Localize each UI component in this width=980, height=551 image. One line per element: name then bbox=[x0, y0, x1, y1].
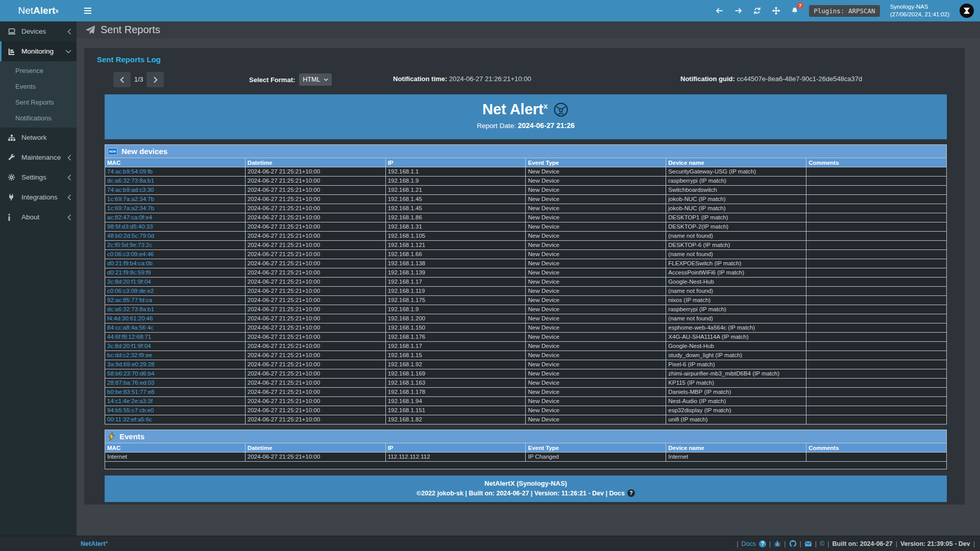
copyright-link[interactable]: © bbox=[820, 540, 824, 547]
gear-icon bbox=[8, 173, 18, 181]
sidebar-item-settings[interactable]: Settings bbox=[0, 167, 77, 187]
mac-link[interactable]: 3c:8d:20:f1:9f:04 bbox=[107, 279, 151, 285]
notifications-bell-icon[interactable]: 7 bbox=[791, 7, 799, 15]
table-row: 28:87:ba:76:ed:032024-06-27 21:25:21+10:… bbox=[105, 379, 947, 388]
table-cell: 2024-06-27 21:25:21+10:00 bbox=[245, 415, 385, 424]
table-cell bbox=[806, 323, 947, 333]
move-icon[interactable] bbox=[772, 7, 780, 15]
mac-link[interactable]: 1c:69:7a:a2:34:7b bbox=[107, 205, 154, 211]
next-page-button[interactable] bbox=[146, 72, 164, 87]
sidebar-item-network[interactable]: Network bbox=[0, 128, 77, 147]
mac-link[interactable]: d0:21:f9:b4:ca:0b bbox=[107, 260, 153, 266]
sidebar-item-maintenance[interactable]: Maintenance bbox=[0, 147, 77, 167]
mac-link[interactable]: f4:4d:30:61:20:46 bbox=[107, 315, 153, 321]
mac-link[interactable]: b0:be:83:51:77:e8 bbox=[107, 389, 155, 395]
table-cell: 192.168.1.151 bbox=[385, 406, 526, 415]
table-row: 3a:9d:69:e0:29:282024-06-27 21:25:21+10:… bbox=[105, 360, 947, 369]
prev-page-button[interactable] bbox=[113, 72, 131, 87]
table-cell: 2c:f0:5d:9e:73:2c bbox=[105, 241, 246, 250]
sidebar-item-monitoring[interactable]: Monitoring bbox=[0, 41, 77, 61]
plugins-status-badge[interactable]: Plugins: ARPSCAN bbox=[809, 5, 879, 17]
new-devices-section: NEW New devices MACDatetimeIPEvent TypeD… bbox=[105, 144, 947, 424]
mac-link[interactable]: 28:87:ba:76:ed:03 bbox=[107, 380, 155, 386]
table-cell: 2024-06-27 21:25:21+10:00 bbox=[245, 213, 385, 222]
table-cell: Google-Nest-Hub bbox=[666, 342, 806, 351]
mac-link[interactable]: 74:ac:b9:ad:c3:30 bbox=[107, 187, 154, 193]
table-cell: New Device bbox=[526, 296, 666, 305]
sitemap-icon bbox=[8, 134, 18, 141]
mac-link[interactable]: c0:06:c3:09:e4:46 bbox=[107, 251, 154, 257]
table-cell: nixos (IP match) bbox=[666, 296, 806, 305]
mac-link[interactable]: 74:ac:b9:54:09:fb bbox=[107, 168, 153, 174]
table-cell: Google-Nest-Hub bbox=[666, 278, 806, 287]
table-row: dc:a6:32:73:8a:b12024-06-27 21:25:21+10:… bbox=[105, 305, 947, 314]
mac-link[interactable]: 58:b6:23:70:d6:b4 bbox=[107, 370, 155, 377]
report-footer-meta: ©2022 jokob-sk | Built on: 2024-06-27 | … bbox=[105, 489, 947, 497]
table-cell: DESKTOP-2(IP match) bbox=[666, 222, 806, 232]
mac-link[interactable]: 94:b5:55:c7:cb:e0 bbox=[107, 407, 154, 413]
mac-link[interactable]: 92:ac:85:77:fd:ca bbox=[107, 297, 152, 303]
mac-link[interactable]: d0:21:f9:8c:59:f9 bbox=[107, 269, 151, 276]
sidebar-item-about[interactable]: About bbox=[0, 207, 77, 227]
separator: | bbox=[769, 540, 771, 547]
docs-help-icon[interactable]: ? bbox=[627, 489, 635, 497]
mac-link[interactable]: 3c:8d:20:f1:9f:04 bbox=[107, 343, 151, 349]
mac-link[interactable]: 98:5f:d3:d5:40:33 bbox=[107, 223, 153, 230]
table-cell bbox=[806, 278, 947, 287]
mac-link[interactable]: 00:11:32:ef:a5:6c bbox=[107, 416, 152, 422]
mac-link[interactable]: 3a:9d:69:e0:29:28 bbox=[107, 361, 155, 367]
table-cell: 2024-06-27 21:25:21+10:00 bbox=[245, 453, 385, 462]
table-row: 98:5f:d3:d5:40:332024-06-27 21:25:21+10:… bbox=[105, 222, 947, 232]
mac-link[interactable]: dc:a6:32:73:8a:b1 bbox=[107, 306, 154, 312]
mac-link[interactable]: 14:c1:4e:2e:a3:3f bbox=[107, 398, 153, 404]
table-row: d0:21:f9:8c:59:f92024-06-27 21:25:21+10:… bbox=[105, 268, 947, 278]
sidebar-subitem-presence[interactable]: Presence bbox=[0, 63, 77, 79]
mac-link[interactable]: c0:06:c3:09:de:e2 bbox=[107, 288, 154, 294]
format-select[interactable]: HTML bbox=[299, 73, 332, 86]
mac-link[interactable]: 2c:f0:5d:9e:73:2c bbox=[107, 242, 152, 248]
email-icon[interactable] bbox=[804, 541, 812, 547]
table-cell bbox=[806, 351, 947, 360]
mac-link[interactable]: 1c:69:7a:a2:34:7b bbox=[107, 196, 154, 202]
bug-report-icon[interactable] bbox=[774, 540, 781, 547]
sidebar-item-devices[interactable]: Devices bbox=[0, 21, 77, 41]
notification-time-value: 2024-06-27 21:26:21+10:00 bbox=[449, 75, 531, 83]
separator: | bbox=[827, 540, 829, 547]
mac-link[interactable]: 48:b0:2d:5c:79:0d bbox=[107, 233, 154, 239]
table-cell: Nest-Audio (IP match) bbox=[666, 397, 806, 406]
sidebar-item-label: Integrations bbox=[21, 193, 58, 201]
forward-arrow-icon[interactable] bbox=[734, 7, 743, 15]
sidebar-subitem-notifications[interactable]: Notifications bbox=[0, 110, 77, 126]
sidebar-subitem-events[interactable]: Events bbox=[0, 79, 77, 94]
table-cell: SecurityGateway-USG (IP match) bbox=[666, 167, 806, 177]
brand-net: Net bbox=[18, 5, 34, 16]
statusbar-brand[interactable]: NetAlertx bbox=[81, 540, 108, 547]
table-cell bbox=[806, 333, 947, 342]
user-avatar[interactable] bbox=[960, 4, 974, 18]
table-cell: 2024-06-27 21:25:21+10:00 bbox=[245, 369, 385, 379]
table-cell: 2024-06-27 21:25:21+10:00 bbox=[245, 278, 385, 287]
sidebar-subitem-sent-reports[interactable]: Sent Reports bbox=[0, 94, 77, 110]
mac-link[interactable]: 44:6f:f8:12:68:71 bbox=[107, 334, 151, 340]
docs-link[interactable]: Docs bbox=[742, 540, 756, 547]
hamburger-menu-icon[interactable] bbox=[84, 7, 92, 14]
table-cell: New Device bbox=[526, 314, 666, 323]
version-text: Version: 21:39:05 - Dev bbox=[900, 540, 970, 547]
table-row: 3c:8d:20:f1:9f:042024-06-27 21:25:21+10:… bbox=[105, 278, 947, 287]
table-header-row: MACDatetimeIPEvent TypeDevice nameCommen… bbox=[105, 158, 947, 167]
table-cell: 192.168.1.17 bbox=[385, 278, 526, 287]
sidebar-item-integrations[interactable]: Integrations bbox=[0, 187, 77, 207]
mac-link[interactable]: dc:a6:32:73:8a:b1 bbox=[107, 178, 154, 184]
refresh-icon[interactable] bbox=[753, 7, 762, 15]
table-cell bbox=[806, 177, 947, 186]
brand-logo[interactable]: NetAlertx bbox=[0, 0, 77, 21]
mac-link[interactable]: 84:cc:a8:4a:56:4c bbox=[107, 324, 154, 331]
back-arrow-icon[interactable] bbox=[715, 7, 724, 15]
mac-link[interactable]: ac:82:47:ca:0f:e4 bbox=[107, 214, 152, 220]
mac-link[interactable]: bc:dd:c2:32:f9:ee bbox=[107, 352, 152, 358]
table-cell bbox=[806, 397, 947, 406]
table-cell: Daniels-MBP (IP match) bbox=[666, 388, 806, 397]
docs-help-icon[interactable]: ? bbox=[759, 540, 766, 547]
github-icon[interactable] bbox=[789, 540, 797, 547]
notification-guid-label: Notification guid: bbox=[680, 75, 735, 83]
